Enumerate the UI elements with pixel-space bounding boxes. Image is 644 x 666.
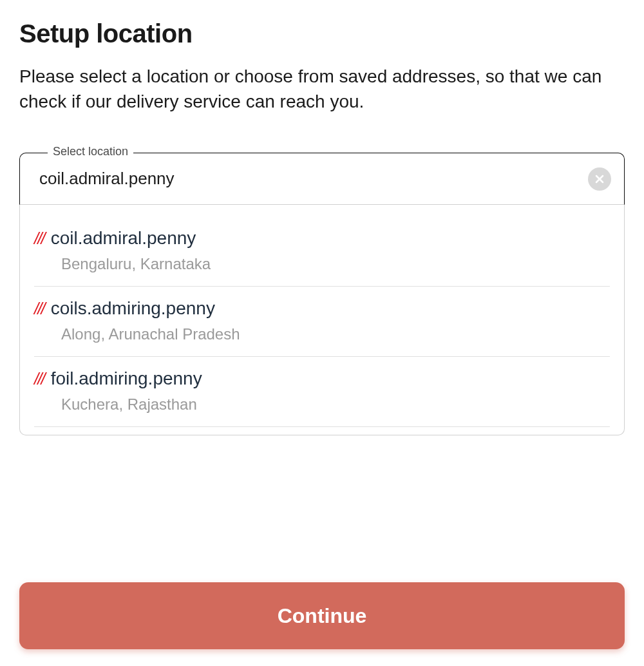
suggestion-words: coils.admiring.penny: [51, 298, 215, 319]
suggestions-dropdown: /// coil.admiral.penny Bengaluru, Karnat…: [19, 205, 625, 435]
close-icon: [594, 174, 605, 184]
suggestion-words: coil.admiral.penny: [51, 228, 196, 249]
suggestion-words: foil.admiring.penny: [51, 368, 202, 389]
location-field-label: Select location: [48, 145, 133, 158]
location-input[interactable]: [39, 169, 580, 189]
location-field-wrapper: Select location /// coil.admiral.penny B…: [19, 153, 625, 435]
page-title: Setup location: [19, 19, 625, 48]
suggestion-header: /// coil.admiral.penny: [34, 228, 610, 249]
location-field-box: [19, 153, 625, 205]
slashes-icon: ///: [34, 229, 44, 249]
slashes-icon: ///: [34, 299, 44, 319]
suggestion-header: /// foil.admiring.penny: [34, 368, 610, 389]
slashes-icon: ///: [34, 369, 44, 389]
suggestion-item[interactable]: /// coils.admiring.penny Along, Arunacha…: [34, 287, 610, 357]
suggestion-location: Kuchera, Rajasthan: [34, 395, 610, 414]
suggestion-location: Along, Arunachal Pradesh: [34, 325, 610, 343]
suggestion-header: /// coils.admiring.penny: [34, 298, 610, 319]
suggestion-location: Bengaluru, Karnataka: [34, 255, 610, 273]
page-subtitle: Please select a location or choose from …: [19, 64, 625, 114]
suggestion-item[interactable]: /// coil.admiral.penny Bengaluru, Karnat…: [34, 215, 610, 287]
continue-button[interactable]: Continue: [19, 582, 625, 649]
clear-input-button[interactable]: [588, 167, 611, 191]
suggestion-item[interactable]: /// foil.admiring.penny Kuchera, Rajasth…: [34, 357, 610, 427]
